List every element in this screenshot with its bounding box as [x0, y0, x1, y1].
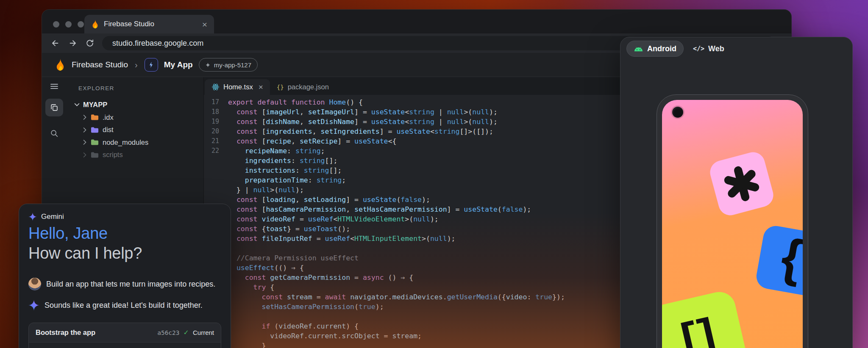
tree-item-label: .idx: [103, 113, 114, 122]
chevron-down-icon: [74, 103, 80, 107]
editor-tab-package[interactable]: {} package.json: [270, 79, 336, 95]
prototype-app-icon: [145, 58, 158, 72]
forward-button[interactable]: [66, 36, 80, 50]
code-text: const stream = await navigator.mediaDevi…: [228, 292, 565, 302]
tab-close-icon[interactable]: ×: [202, 20, 207, 29]
preview-tab-android[interactable]: Android: [626, 41, 684, 57]
reload-button[interactable]: [83, 36, 97, 50]
changed-file-row[interactable]: src/pages/Home.tsx +122: [29, 342, 221, 348]
line-number: 17: [204, 97, 221, 107]
search-icon[interactable]: [45, 124, 63, 142]
react-icon: [211, 83, 220, 91]
brackets-sticker: []: [662, 289, 751, 348]
line-number: 18: [204, 107, 221, 117]
folder-icon: [91, 127, 99, 133]
device-screen: { []: [662, 100, 803, 348]
code-text: const [loading, setLoading] = useState(f…: [228, 195, 430, 204]
preview-panel: Android </> Web { []: [620, 37, 853, 348]
gemini-panel: Gemini Hello, Jane How can I help? Build…: [19, 204, 231, 348]
firebase-logo-icon: [55, 58, 66, 71]
code-text: useEffect(() ⇒ {: [228, 263, 304, 273]
code-text: } | null>(null);: [228, 185, 304, 195]
code-text: const getCameraPermission = async () ⇒ {: [228, 273, 413, 282]
preview-tab-web[interactable]: </> Web: [693, 44, 724, 53]
tree-item-myapp[interactable]: MYAPP: [67, 99, 203, 111]
editor-tab-label: Home.tsx: [223, 83, 253, 91]
window-zoom-button[interactable]: [78, 21, 84, 28]
code-brackets-icon: </>: [693, 45, 704, 52]
window-controls: [53, 21, 84, 28]
line-number: [204, 166, 221, 175]
step-title: Bootstrap the app: [36, 329, 95, 337]
line-number: [204, 185, 221, 195]
gemini-greeting: Hello, Jane How can I help?: [28, 224, 142, 263]
code-text: recipeName: string;: [228, 146, 325, 156]
spark-icon: [205, 62, 211, 68]
project-id: my-app-5127: [214, 61, 251, 69]
user-message: Build an app that lets me turn images in…: [46, 280, 215, 289]
tab-close-icon[interactable]: ×: [259, 83, 263, 91]
greeting-hello: Hello, Jane: [28, 224, 142, 243]
code-text: instructions: string[];: [228, 166, 342, 175]
code-text: ingredients: string[];: [228, 156, 337, 166]
line-number: [204, 175, 221, 185]
tree-item--idx[interactable]: .idx: [67, 111, 203, 124]
user-avatar: [28, 278, 41, 290]
file-tree: MYAPP .idxdistnode_modulesscripts: [67, 99, 203, 161]
window-minimize-button[interactable]: [65, 21, 72, 28]
code-text: const [imageUrl, setImageUrl] = useState…: [228, 107, 498, 117]
asterisk-sticker: [707, 149, 776, 218]
code-text: if (videoRef.current) {: [228, 321, 359, 331]
code-text: const [dishName, setDishName] = useState…: [228, 117, 498, 127]
project-id-badge[interactable]: my-app-5127: [199, 58, 258, 72]
marketing-backdrop: Firebase Studio × studio.firebase.google…: [0, 0, 868, 348]
tree-item-label: MYAPP: [83, 101, 107, 109]
gemini-message: Sounds like a great idea! Let's build it…: [45, 301, 203, 310]
firebase-favicon-icon: [91, 19, 99, 29]
gemini-icon: [28, 300, 39, 311]
code-text: const [ingredients, setIngredients] = us…: [228, 127, 493, 136]
code-text: const videoRef = useRef<HTMLVideoElement…: [228, 214, 439, 224]
android-icon: [634, 46, 643, 52]
code-text: const fileInputRef = useRef<HTMLInputEle…: [228, 234, 456, 243]
browser-tab-title: Firebase Studio: [104, 20, 154, 28]
chevron-right-icon: [83, 114, 87, 120]
code-text: const [recipe, setRecipe] = useState<{: [228, 136, 396, 146]
folder-icon: [91, 139, 99, 146]
asterisk-icon: [719, 161, 765, 207]
explorer-title: EXPLORER: [78, 85, 114, 91]
step-header-row[interactable]: Bootstrap the app a56c23 ✓ Current: [29, 323, 221, 342]
android-device-frame: { []: [657, 94, 808, 348]
tree-item-label: scripts: [103, 151, 123, 159]
step-meta: a56c23 ✓ Current: [157, 329, 214, 337]
back-button[interactable]: [48, 36, 62, 50]
tree-item-dist[interactable]: dist: [67, 124, 203, 136]
folder-icon: [91, 114, 99, 121]
gemini-header: Gemini: [28, 213, 64, 221]
preview-tab-label: Web: [708, 44, 724, 53]
window-close-button[interactable]: [53, 21, 59, 28]
line-number: [204, 156, 221, 166]
folder-icon: [91, 152, 99, 158]
bootstrap-step-card[interactable]: Bootstrap the app a56c23 ✓ Current src/p…: [28, 323, 221, 348]
code-text: }: [228, 341, 266, 348]
menu-button[interactable]: [45, 77, 63, 95]
gemini-message-row: Sounds like a great idea! Let's build it…: [28, 300, 221, 311]
commit-hash: a56c23: [157, 329, 179, 336]
camera-punch-hole: [672, 107, 683, 118]
editor-tab-home[interactable]: Home.tsx ×: [205, 79, 270, 95]
gemini-icon: [28, 213, 37, 221]
line-number: 22: [204, 146, 221, 156]
code-text: preparationTime: string;: [228, 175, 346, 185]
tree-item-label: dist: [103, 126, 114, 134]
tree-item-scripts[interactable]: scripts: [67, 149, 203, 161]
code-text: export default function Home() {: [228, 97, 363, 107]
tree-item-node-modules[interactable]: node_modules: [67, 136, 203, 149]
browser-tab[interactable]: Firebase Studio ×: [84, 15, 214, 33]
code-text: videoRef.current.srcObject = stream;: [228, 331, 422, 341]
preview-tab-label: Android: [647, 44, 676, 53]
user-message-row: Build an app that lets me turn images in…: [28, 278, 221, 290]
json-icon: {}: [277, 84, 284, 91]
explorer-button[interactable]: [45, 99, 63, 116]
app-name: My App: [164, 60, 193, 69]
